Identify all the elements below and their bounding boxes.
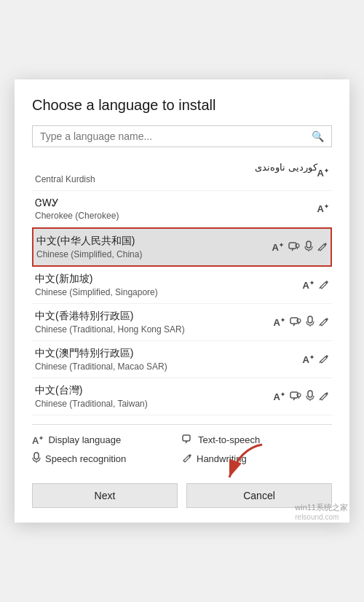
watermark: win11系统之家 relsound.com: [295, 502, 348, 521]
handwriting-icon: [317, 241, 328, 254]
search-box[interactable]: 🔍: [32, 125, 332, 147]
display-language-icon: A✦: [317, 203, 329, 214]
svg-rect-8: [308, 316, 312, 323]
list-item[interactable]: 中文(香港特別行政區)Chinese (Traditional, Hong Ko…: [32, 304, 332, 341]
lang-english-name: Cherokee (Cherokee): [35, 211, 317, 221]
legend-label: Handwriting: [197, 453, 247, 464]
lang-text: 中文(台灣)Chinese (Traditional, Taiwan): [35, 384, 274, 409]
lang-native-name: کوردیی ناوەندی: [35, 162, 317, 173]
legend-icon: [182, 434, 194, 446]
lang-text: 中文(新加坡)Chinese (Simplified, Singapore): [35, 273, 303, 297]
lang-english-name: Chinese (Traditional, Taiwan): [35, 399, 274, 409]
display-language-icon: A✦: [272, 241, 284, 252]
list-item[interactable]: 中文(台灣)Chinese (Traditional, Taiwan)A✦: [32, 378, 332, 415]
handwriting-icon: [319, 353, 329, 366]
legend-item: A✦Display language: [32, 434, 182, 446]
legend-icon: A✦: [32, 434, 44, 446]
legend-label: Text-to-speech: [198, 434, 260, 445]
lang-english-name: Chinese (Traditional, Hong Kong SAR): [35, 324, 274, 335]
language-list: کوردیی ناوەندیCentral KurdishA✦ᏣᎳᎩCherok…: [32, 156, 332, 415]
legend-item: Text-to-speech: [182, 434, 332, 446]
lang-icons: A✦: [274, 316, 329, 329]
lang-text: 中文(香港特別行政區)Chinese (Traditional, Hong Ko…: [35, 310, 274, 335]
lang-native-name: 中文(台灣): [35, 384, 274, 397]
legend-label: Display language: [48, 434, 121, 445]
lang-native-name: 中文(香港特別行政區): [35, 310, 274, 323]
svg-line-4: [318, 249, 319, 251]
svg-rect-18: [34, 453, 39, 459]
list-item[interactable]: کوردیی ناوەندیCentral KurdishA✦: [32, 156, 332, 191]
list-item[interactable]: 中文(澳門特別行政區)Chinese (Traditional, Macao S…: [32, 341, 332, 378]
lang-text: 中文(澳門特別行政區)Chinese (Traditional, Macao S…: [35, 347, 303, 372]
list-item[interactable]: 中文(新加坡)Chinese (Simplified, Singapore)A✦: [32, 267, 332, 304]
legend-item: Speech recognition: [32, 452, 182, 466]
svg-line-5: [320, 287, 320, 289]
lang-icons: A✦: [303, 353, 329, 366]
svg-rect-14: [308, 391, 312, 397]
text-to-speech-icon: [290, 316, 301, 329]
lang-english-name: Central Kurdish: [35, 174, 317, 184]
language-dialog: Choose a language to install 🔍 کوردیی نا…: [15, 79, 349, 523]
list-item[interactable]: 中文(中华人民共和国)Chinese (Simplified, China)A✦: [32, 227, 332, 267]
handwriting-icon: [319, 279, 329, 292]
lang-icons: A✦: [272, 241, 328, 254]
display-language-icon: A✦: [274, 316, 285, 327]
svg-rect-17: [183, 435, 190, 441]
search-icon: 🔍: [312, 130, 324, 142]
handwriting-icon: [319, 391, 329, 403]
svg-line-11: [320, 361, 320, 363]
legend-item: Handwriting: [182, 452, 332, 466]
display-language-icon: A✦: [317, 168, 329, 179]
legend-icon: [182, 453, 192, 465]
display-language-icon: A✦: [274, 391, 285, 402]
lang-english-name: Chinese (Simplified, China): [36, 249, 272, 259]
display-language-icon: A✦: [303, 279, 314, 290]
legend-label: Speech recognition: [45, 453, 126, 464]
lang-icons: A✦: [317, 203, 329, 214]
lang-native-name: 中文(澳門特別行政區): [35, 347, 303, 360]
lang-english-name: Chinese (Traditional, Macao SAR): [35, 361, 303, 372]
speech-recognition-icon: [306, 316, 314, 329]
handwriting-icon: [319, 316, 329, 329]
lang-text: 中文(中华人民共和国)Chinese (Simplified, China): [36, 235, 272, 259]
lang-icons: A✦: [317, 168, 329, 179]
text-to-speech-icon: [290, 391, 301, 403]
next-button[interactable]: Next: [32, 483, 178, 508]
dialog-title: Choose a language to install: [32, 97, 332, 114]
footer-buttons: Next Cancel: [32, 483, 332, 508]
speech-recognition-icon: [304, 241, 313, 254]
lang-english-name: Chinese (Simplified, Singapore): [35, 287, 303, 297]
lang-icons: A✦: [303, 279, 329, 292]
lang-icons: A✦: [274, 390, 329, 404]
lang-text: کوردیی ناوەندیCentral Kurdish: [35, 162, 317, 184]
text-to-speech-icon: [288, 241, 300, 254]
svg-rect-2: [306, 241, 311, 248]
list-item[interactable]: ᏣᎳᎩCherokee (Cherokee)A✦: [32, 191, 332, 227]
svg-line-16: [320, 399, 320, 400]
legend-section: A✦Display languageText-to-speechSpeech r…: [32, 424, 332, 472]
svg-line-10: [320, 324, 320, 326]
display-language-icon: A✦: [303, 353, 314, 364]
search-input[interactable]: [40, 130, 312, 142]
lang-native-name: ᏣᎳᎩ: [35, 197, 317, 209]
legend-icon: [32, 452, 41, 466]
lang-native-name: 中文(新加坡): [35, 273, 303, 286]
speech-recognition-icon: [306, 390, 314, 404]
lang-text: ᏣᎳᎩCherokee (Cherokee): [35, 197, 317, 221]
lang-native-name: 中文(中华人民共和国): [36, 235, 272, 248]
